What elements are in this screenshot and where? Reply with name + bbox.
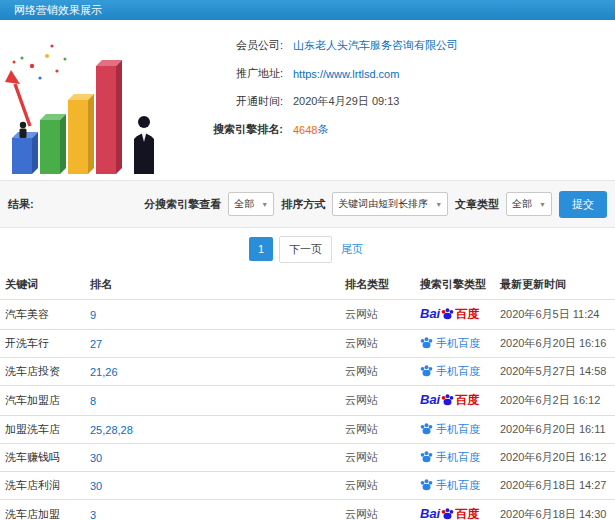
info-row-url: 推广地址: https://www.lrtlsd.com (187, 66, 458, 81)
rank-cell[interactable]: 3 (85, 500, 340, 520)
member-info: 会员公司: 山东老人头汽车服务咨询有限公司 推广地址: https://www.… (187, 26, 458, 176)
chevron-down-icon: ▼ (539, 201, 546, 208)
rank-count-label: 搜索引擎排名: (187, 122, 283, 137)
company-label: 会员公司: (187, 38, 283, 53)
header-rank: 排名 (85, 270, 340, 300)
keyword-cell[interactable]: 洗车店利润 (0, 472, 85, 500)
bar-chart-image (2, 26, 182, 178)
time-cell: 2020年6月18日 14:27 (495, 472, 615, 500)
rank-type-cell: 云网站 (340, 358, 415, 386)
type-select-value: 全部 (512, 197, 532, 211)
info-row-opened: 开通时间: 2020年4月29日 09:13 (187, 94, 458, 109)
baidu-logo-cn: 百度 (455, 393, 479, 407)
rank-type-cell: 云网站 (340, 472, 415, 500)
baidu-paw-icon (441, 307, 454, 320)
rank-type-cell: 云网站 (340, 500, 415, 520)
baidu-paw-icon (420, 364, 433, 377)
company-link[interactable]: 山东老人头汽车服务咨询有限公司 (293, 38, 458, 53)
chevron-down-icon: ▼ (435, 201, 442, 208)
baidu-paw-icon (441, 507, 454, 520)
bar-green (40, 114, 66, 174)
engine-cell: 手机百度 (415, 358, 495, 386)
growth-arrow-icon (5, 70, 30, 126)
engine-cell: Bai百度 (415, 300, 495, 330)
baidu-paw-icon (420, 422, 433, 435)
rank-type-cell: 云网站 (340, 444, 415, 472)
pagination: 1 下一页 尾页 (0, 228, 615, 270)
bar-blue (12, 132, 38, 174)
mobile-baidu-label: 手机百度 (436, 479, 480, 491)
submit-button[interactable]: 提交 (559, 191, 607, 218)
filter-controls: 分搜索引擎查看 全部 ▼ 排序方式 关键词由短到长排序 ▼ 文章类型 全部 ▼ … (144, 191, 607, 218)
bar-red (96, 60, 122, 174)
ranking-table: 关键词 排名 排名类型 搜索引擎类型 最新更新时间 汽车美容9云网站Bai百度2… (0, 270, 615, 520)
small-person-figure (20, 122, 27, 138)
keyword-cell[interactable]: 洗车店投资 (0, 358, 85, 386)
table-body: 汽车美容9云网站Bai百度2020年6月5日 11:24开洗车行27云网站手机百… (0, 300, 615, 520)
time-cell: 2020年5月27日 14:58 (495, 358, 615, 386)
header-keyword: 关键词 (0, 270, 85, 300)
page-number-current[interactable]: 1 (249, 237, 273, 261)
engine-filter-label: 分搜索引擎查看 (144, 197, 221, 212)
rank-cell[interactable]: 27 (85, 330, 340, 358)
chart-illustration (2, 26, 187, 176)
engine-cell: Bai百度 (415, 500, 495, 520)
rank-cell[interactable]: 25,28,28 (85, 416, 340, 444)
rank-count-value: 4648 (293, 124, 317, 136)
keyword-cell[interactable]: 汽车加盟店 (0, 386, 85, 416)
table-row: 开洗车行27云网站手机百度2020年6月20日 16:16 (0, 330, 615, 358)
rank-type-cell: 云网站 (340, 416, 415, 444)
url-label: 推广地址: (187, 66, 283, 81)
table-row: 洗车店投资21,26云网站手机百度2020年5月27日 14:58 (0, 358, 615, 386)
article-type-select[interactable]: 全部 ▼ (506, 192, 552, 216)
engine-select-value: 全部 (234, 197, 254, 211)
time-cell: 2020年6月2日 16:12 (495, 386, 615, 416)
sort-select-value: 关键词由短到长排序 (338, 197, 428, 211)
sort-select[interactable]: 关键词由短到长排序 ▼ (332, 192, 448, 216)
mobile-baidu-label: 手机百度 (436, 451, 480, 463)
table-header-row: 关键词 排名 排名类型 搜索引擎类型 最新更新时间 (0, 270, 615, 300)
baidu-logo-cn: 百度 (455, 307, 479, 321)
last-page-button[interactable]: 尾页 (338, 237, 366, 262)
rank-cell[interactable]: 30 (85, 444, 340, 472)
info-row-rank-count: 搜索引擎排名: 4648 条 (187, 122, 458, 137)
baidu-logo-text: Bai (420, 506, 440, 520)
info-row-company: 会员公司: 山东老人头汽车服务咨询有限公司 (187, 38, 458, 53)
rank-count-unit: 条 (317, 122, 328, 137)
sort-filter-label: 排序方式 (281, 197, 325, 212)
baidu-logo-text: Bai (420, 306, 440, 321)
keyword-cell[interactable]: 汽车美容 (0, 300, 85, 330)
rank-cell[interactable]: 21,26 (85, 358, 340, 386)
time-cell: 2020年6月20日 16:12 (495, 444, 615, 472)
baidu-paw-icon (441, 393, 454, 406)
baidu-paw-icon (420, 478, 433, 491)
rank-type-cell: 云网站 (340, 386, 415, 416)
promotion-url-link[interactable]: https://www.lrtlsd.com (293, 68, 399, 80)
rank-cell[interactable]: 8 (85, 386, 340, 416)
rank-type-cell: 云网站 (340, 300, 415, 330)
chevron-down-icon: ▼ (261, 201, 268, 208)
keyword-cell[interactable]: 开洗车行 (0, 330, 85, 358)
time-cell: 2020年6月18日 14:30 (495, 500, 615, 520)
open-time-label: 开通时间: (187, 94, 283, 109)
next-page-button[interactable]: 下一页 (279, 236, 332, 263)
businessman-figure (134, 116, 154, 174)
keyword-cell[interactable]: 加盟洗车店 (0, 416, 85, 444)
rank-cell[interactable]: 30 (85, 472, 340, 500)
engine-select[interactable]: 全部 ▼ (228, 192, 274, 216)
rank-cell[interactable]: 9 (85, 300, 340, 330)
page-header: 网络营销效果展示 (0, 0, 615, 20)
time-cell: 2020年6月5日 11:24 (495, 300, 615, 330)
keyword-cell[interactable]: 洗车店加盟 (0, 500, 85, 520)
confetti-dots (13, 44, 67, 79)
header-update-time: 最新更新时间 (495, 270, 615, 300)
baidu-logo-cn: 百度 (455, 507, 479, 520)
engine-cell: 手机百度 (415, 330, 495, 358)
table-row: 洗车店利润30云网站手机百度2020年6月18日 14:27 (0, 472, 615, 500)
table-row: 汽车加盟店8云网站Bai百度2020年6月2日 16:12 (0, 386, 615, 416)
info-panel: 会员公司: 山东老人头汽车服务咨询有限公司 推广地址: https://www.… (0, 20, 615, 180)
keyword-cell[interactable]: 洗车赚钱吗 (0, 444, 85, 472)
page-title: 网络营销效果展示 (14, 4, 102, 16)
time-cell: 2020年6月20日 16:16 (495, 330, 615, 358)
rank-type-cell: 云网站 (340, 330, 415, 358)
